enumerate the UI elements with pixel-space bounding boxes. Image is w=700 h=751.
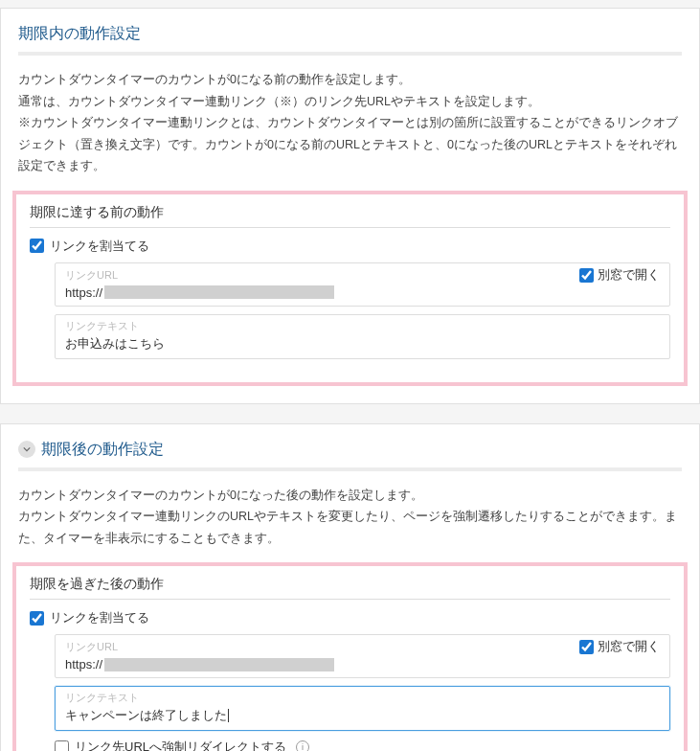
- info-icon[interactable]: i: [296, 740, 309, 751]
- new-window-label: 別窓で開く: [598, 639, 660, 655]
- link-url-value: https://: [65, 657, 660, 671]
- divider: [18, 52, 682, 56]
- masked-url: [104, 285, 334, 299]
- panel-after-period: 期限後の動作設定 カウントダウンタイマーのカウントが0になった後の動作を設定しま…: [0, 423, 700, 752]
- link-url-label: リンクURL: [65, 640, 118, 654]
- desc-line: カウントダウンタイマーのカウントが0になった後の動作を設定します。: [18, 485, 682, 507]
- desc-line: 通常は、カウントダウンタイマー連動リンク（※）のリンク先URLやテキストを設定し…: [18, 91, 682, 113]
- panel-description: カウントダウンタイマーのカウントが0になった後の動作を設定します。 カウントダウ…: [18, 485, 682, 550]
- new-window-row: 別窓で開く: [579, 267, 660, 284]
- desc-line: カウントダウンタイマー連動リンクのURLやテキストを変更したり、ページを強制遷移…: [18, 506, 682, 549]
- assign-link-row: リンクを割当てる: [30, 238, 670, 255]
- force-redirect-row: リンク先URLへ強制リダイレクトする i: [55, 739, 670, 751]
- link-url-field[interactable]: リンクURL 別窓で開く https://: [55, 634, 670, 678]
- panel-in-period: 期限内の動作設定 カウントダウンタイマーのカウントが0になる前の動作を設定します…: [0, 8, 700, 404]
- link-text-field[interactable]: リンクテキスト お申込みはこちら: [55, 314, 670, 359]
- new-window-row: 別窓で開く: [579, 639, 660, 655]
- chevron-down-icon: [18, 441, 35, 458]
- desc-line: カウントダウンタイマーのカウントが0になる前の動作を設定します。: [18, 69, 682, 91]
- highlight-before-deadline: 期限に達する前の動作 リンクを割当てる リンクURL 別窓で開く https:: [12, 191, 688, 386]
- panel-title[interactable]: 期限後の動作設定: [18, 440, 682, 460]
- panel-title-text: 期限内の動作設定: [18, 24, 141, 44]
- link-text-field[interactable]: リンクテキスト キャンペーンは終了しました: [55, 686, 670, 731]
- sub-section-title: 期限を過ぎた後の動作: [30, 576, 670, 600]
- new-window-label: 別窓で開く: [598, 267, 660, 284]
- link-text-value: キャンペーンは終了しました: [65, 707, 660, 724]
- divider: [18, 467, 682, 471]
- new-window-checkbox[interactable]: [579, 268, 594, 283]
- assign-link-label: リンクを割当てる: [50, 238, 149, 255]
- new-window-checkbox[interactable]: [579, 640, 594, 654]
- link-url-label: リンクURL: [65, 268, 118, 283]
- desc-line: ※カウントダウンタイマー連動リンクとは、カウントダウンタイマーとは別の箇所に設置…: [18, 112, 682, 177]
- panel-title-text: 期限後の動作設定: [41, 440, 164, 460]
- sub-section-title: 期限に達する前の動作: [30, 204, 670, 228]
- link-text-label: リンクテキスト: [65, 691, 660, 705]
- link-url-field[interactable]: リンクURL 別窓で開く https://: [55, 262, 670, 307]
- assign-link-checkbox[interactable]: [30, 239, 44, 253]
- assign-link-label: リンクを割当てる: [50, 609, 149, 626]
- highlight-after-deadline: 期限を過ぎた後の動作 リンクを割当てる リンクURL 別窓で開く https:: [12, 562, 688, 751]
- masked-url: [104, 658, 334, 671]
- panel-description: カウントダウンタイマーのカウントが0になる前の動作を設定します。 通常は、カウン…: [18, 69, 682, 177]
- link-text-label: リンクテキスト: [65, 319, 660, 333]
- force-redirect-label: リンク先URLへ強制リダイレクトする: [75, 739, 286, 751]
- assign-link-row: リンクを割当てる: [30, 609, 670, 626]
- link-url-value: https://: [65, 285, 660, 300]
- force-redirect-checkbox[interactable]: [55, 740, 69, 752]
- panel-title: 期限内の動作設定: [18, 24, 682, 44]
- link-text-value: お申込みはこちら: [65, 335, 660, 353]
- assign-link-checkbox[interactable]: [30, 611, 44, 626]
